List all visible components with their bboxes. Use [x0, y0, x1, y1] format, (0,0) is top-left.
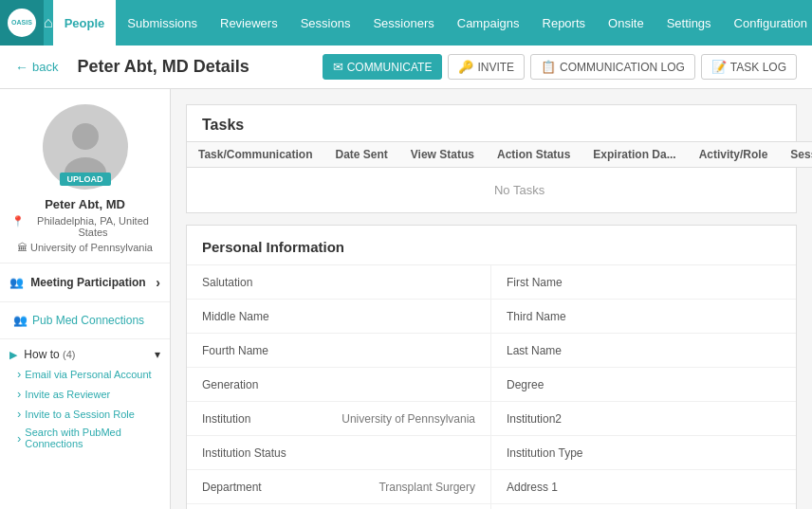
tasks-title: Tasks [187, 105, 796, 141]
home-button[interactable]: ⌂ [44, 0, 53, 45]
back-button[interactable]: ← back [15, 60, 58, 75]
label-salutation: Salutation [202, 276, 306, 289]
nav-sessioners[interactable]: Sessioners [361, 0, 445, 45]
bullet-icon-3 [17, 407, 21, 421]
how-to-count: (4) [63, 349, 75, 360]
label-last-name: Last Name [507, 344, 611, 357]
tasks-header-row: Task/Communication Date Sent View Status… [187, 142, 812, 168]
meeting-participation-chevron-icon [156, 275, 160, 290]
field-fourth-name: Fourth Name [187, 334, 491, 368]
col-task-communication: Task/Communication [187, 142, 323, 168]
pub-med-icon [13, 314, 28, 327]
logo: OASIS [8, 9, 36, 37]
field-last-name: Last Name [491, 334, 796, 368]
profile-name: Peter Abt, MD [45, 197, 125, 211]
pub-med-section: Pub Med Connections [0, 302, 170, 339]
task-log-button[interactable]: 📝 TASK LOG [701, 54, 797, 80]
person-silhouette-icon [52, 114, 119, 180]
task-log-icon: 📝 [711, 60, 727, 74]
col-activity-role: Activity/Role [688, 142, 780, 168]
col-expiration-date: Expiration Da... [581, 142, 687, 168]
nav-people[interactable]: People [53, 0, 117, 45]
field-institution2: Institution2 [491, 402, 796, 436]
main-layout: UPLOAD Peter Abt, MD Philadelphia, PA, U… [0, 89, 812, 509]
label-degree: Degree [507, 378, 611, 391]
label-institution-status: Institution Status [202, 446, 306, 460]
value-institution: University of Pennsylvania [306, 412, 475, 426]
field-address2: Address 2 [187, 504, 491, 509]
logo-area: OASIS [0, 0, 44, 45]
nav-sessions[interactable]: Sessions [289, 0, 362, 45]
field-institution-type: Institution Type [491, 436, 796, 470]
label-institution-type: Institution Type [507, 446, 611, 460]
sidebar: UPLOAD Peter Abt, MD Philadelphia, PA, U… [0, 89, 171, 509]
field-address3: Address 3 [491, 504, 796, 509]
bullet-icon-4 [17, 431, 21, 445]
how-to-item-2[interactable]: Invite as Reviewer [9, 384, 160, 404]
video-icon [9, 348, 17, 361]
nav-submissions[interactable]: Submissions [116, 0, 209, 45]
label-address1: Address 1 [507, 481, 611, 494]
how-to-item-3[interactable]: Invite to a Session Role [9, 404, 160, 424]
how-to-toggle[interactable]: How to (4) [9, 345, 160, 364]
field-generation: Generation [187, 368, 491, 402]
field-institution-status: Institution Status [187, 436, 491, 470]
col-action-status: Action Status [486, 142, 581, 168]
bullet-icon-1 [17, 367, 21, 381]
how-to-item-1[interactable]: Email via Personal Account [9, 364, 160, 384]
field-first-name: First Name [491, 265, 796, 300]
top-navigation: OASIS ⌂ People Submissions Reviewers Ses… [0, 0, 812, 45]
location-icon [11, 215, 25, 227]
field-third-name: Third Name [491, 300, 796, 334]
label-institution: Institution [202, 412, 306, 426]
meeting-participation-toggle[interactable]: Meeting Participation [9, 271, 160, 294]
communicate-button[interactable]: ✉ COMMUNICATE [323, 54, 443, 80]
value-department: Transplant Surgery [306, 481, 475, 494]
field-middle-name: Middle Name [187, 300, 491, 334]
nav-configuration[interactable]: Configuration [723, 0, 812, 45]
institution-icon [17, 242, 28, 253]
how-to-chevron-icon [155, 348, 160, 361]
upload-badge[interactable]: UPLOAD [60, 173, 111, 186]
avatar-container: UPLOAD [43, 104, 128, 190]
label-institution2: Institution2 [507, 412, 611, 426]
email-icon: ✉ [333, 60, 343, 74]
field-degree: Degree [491, 368, 796, 402]
communication-log-button[interactable]: 📋 COMMUNICATION LOG [530, 54, 695, 80]
nav-campaigns[interactable]: Campaigns [446, 0, 531, 45]
personal-info-grid: Salutation First Name Middle Name Third … [187, 265, 796, 509]
field-address1: Address 1 [491, 470, 796, 504]
no-tasks-row: No Tasks [187, 168, 812, 213]
nav-reviewers[interactable]: Reviewers [209, 0, 289, 45]
no-tasks-label: No Tasks [187, 168, 812, 213]
field-institution: Institution University of Pennsylvania [187, 402, 491, 436]
sub-header: ← back Peter Abt, MD Details ✉ COMMUNICA… [0, 45, 812, 89]
nav-settings[interactable]: Settings [655, 0, 723, 45]
nav-reports[interactable]: Reports [531, 0, 598, 45]
label-department: Department [202, 481, 306, 494]
comm-log-icon: 📋 [541, 60, 556, 74]
back-arrow-icon: ← [15, 60, 28, 75]
tasks-table: Task/Communication Date Sent View Status… [187, 141, 812, 212]
label-middle-name: Middle Name [202, 310, 306, 323]
people-icon [9, 276, 24, 289]
meeting-participation-label: Meeting Participation [9, 276, 146, 289]
key-icon: 🔑 [458, 60, 473, 74]
page-title: Peter Abt, MD Details [77, 57, 322, 77]
bullet-icon-2 [17, 387, 21, 401]
field-salutation: Salutation [187, 265, 491, 300]
profile-institution: University of Pennsylvania [17, 242, 153, 253]
field-department: Department Transplant Surgery [187, 470, 491, 504]
how-to-item-4[interactable]: Search with PubMed Connections [9, 424, 160, 452]
personal-info-title: Personal Information [187, 226, 796, 265]
meeting-participation-section: Meeting Participation [0, 264, 170, 302]
pub-med-link[interactable]: Pub Med Connections [9, 310, 160, 331]
nav-onsite[interactable]: Onsite [597, 0, 655, 45]
label-first-name: First Name [507, 276, 611, 289]
col-sessions: Sessions [779, 142, 812, 168]
tasks-section: Tasks Task/Communication Date Sent View … [186, 104, 797, 213]
how-to-section: How to (4) Email via Personal Account In… [0, 339, 170, 458]
profile-location: Philadelphia, PA, United States [11, 215, 158, 238]
how-to-label-group: How to (4) [9, 348, 76, 361]
invite-button[interactable]: 🔑 INVITE [448, 54, 525, 80]
